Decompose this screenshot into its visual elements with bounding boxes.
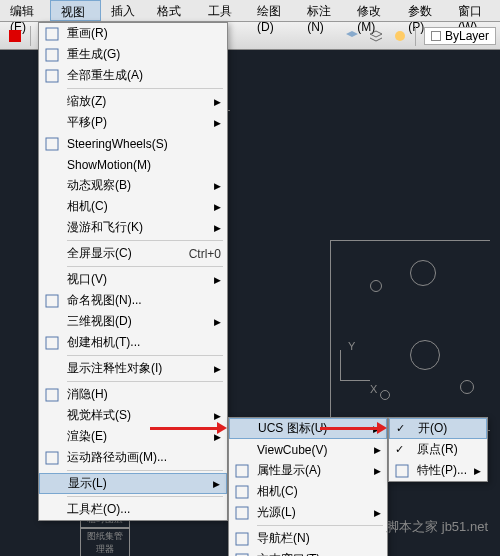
- svg-rect-13: [236, 533, 248, 545]
- ucs-item-2[interactable]: 特性(P)...▶: [389, 460, 487, 481]
- bylayer-dropdown[interactable]: ByLayer: [424, 27, 496, 45]
- display-item-1[interactable]: ViewCube(V)▶: [229, 439, 387, 460]
- submenu-arrow-icon: ▶: [213, 479, 220, 489]
- menu-window[interactable]: 窗口(W): [448, 0, 500, 21]
- regenall-icon: [43, 67, 61, 85]
- view-item-12[interactable]: 全屏显示(C)Ctrl+0: [39, 243, 227, 264]
- menu-label: 光源(L): [257, 504, 296, 521]
- tool-icon[interactable]: [4, 25, 26, 47]
- view-item-26[interactable]: 显示(L)▶: [39, 473, 227, 494]
- view-item-0[interactable]: 重画(R): [39, 23, 227, 44]
- svg-rect-6: [46, 295, 58, 307]
- menu-label: 消隐(H): [67, 386, 108, 403]
- menu-label: ShowMotion(M): [67, 158, 151, 172]
- display-item-4[interactable]: 光源(L)▶: [229, 502, 387, 523]
- svg-rect-10: [236, 465, 248, 477]
- light-icon: [233, 504, 251, 522]
- view-item-6[interactable]: SteeringWheels(S): [39, 133, 227, 154]
- menu-label: 平移(P): [67, 114, 107, 131]
- view-item-19[interactable]: 显示注释性对象(I)▶: [39, 358, 227, 379]
- submenu-arrow-icon: ▶: [214, 364, 221, 374]
- layer-state-icon[interactable]: [365, 25, 387, 47]
- view-item-5[interactable]: 平移(P)▶: [39, 112, 227, 133]
- view-item-14[interactable]: 视口(V)▶: [39, 269, 227, 290]
- menu-label: 三维视图(D): [67, 313, 132, 330]
- menu-label: 重画(R): [67, 25, 108, 42]
- namedview-icon: [43, 292, 61, 310]
- menu-label: 相机(C): [257, 483, 298, 500]
- menu-label: 文本窗口(T): [257, 551, 320, 556]
- submenu-arrow-icon: ▶: [214, 97, 221, 107]
- menu-edit[interactable]: 编辑(E): [0, 0, 50, 21]
- display-item-2[interactable]: 属性显示(A)▶: [229, 460, 387, 481]
- view-item-28[interactable]: 工具栏(O)...: [39, 499, 227, 520]
- view-item-16[interactable]: 三维视图(D)▶: [39, 311, 227, 332]
- menu-label: 显示(L): [68, 475, 107, 492]
- camera-icon: [43, 334, 61, 352]
- menu-modify[interactable]: 修改(M): [347, 0, 398, 21]
- check-icon: ✓: [395, 443, 404, 456]
- view-item-21[interactable]: 消隐(H): [39, 384, 227, 405]
- menu-label: 漫游和飞行(K): [67, 219, 143, 236]
- menu-label: 全部重生成(A): [67, 67, 143, 84]
- view-item-2[interactable]: 全部重生成(A): [39, 65, 227, 86]
- view-item-7[interactable]: ShowMotion(M): [39, 154, 227, 175]
- menu-label: 工具栏(O)...: [67, 501, 130, 518]
- display-item-7[interactable]: 文本窗口(T): [229, 549, 387, 556]
- submenu-arrow-icon: ▶: [214, 275, 221, 285]
- svg-rect-3: [46, 49, 58, 61]
- menu-label: 全屏显示(C): [67, 245, 132, 262]
- submenu-arrow-icon: ▶: [474, 466, 481, 476]
- menu-insert[interactable]: 插入(I): [101, 0, 147, 21]
- svg-rect-12: [236, 507, 248, 519]
- annotation-arrow: [150, 427, 218, 430]
- menu-label: 属性显示(A): [257, 462, 321, 479]
- submenu-arrow-icon: ▶: [374, 508, 381, 518]
- hide-icon: [43, 386, 61, 404]
- svg-rect-0: [9, 30, 21, 42]
- menu-dim[interactable]: 标注(N): [297, 0, 347, 21]
- menu-param[interactable]: 参数(P): [398, 0, 448, 21]
- view-item-22[interactable]: 视觉样式(S)▶: [39, 405, 227, 426]
- view-item-15[interactable]: 命名视图(N)...: [39, 290, 227, 311]
- view-item-17[interactable]: 创建相机(T)...: [39, 332, 227, 353]
- svg-rect-7: [46, 337, 58, 349]
- menu-label: 显示注释性对象(I): [67, 360, 162, 377]
- view-item-9[interactable]: 相机(C)▶: [39, 196, 227, 217]
- annotation-arrow: [320, 427, 378, 430]
- submenu-arrow-icon: ▶: [214, 181, 221, 191]
- view-item-24[interactable]: 运动路径动画(M)...: [39, 447, 227, 468]
- menu-label: 开(O): [418, 420, 447, 437]
- menu-draw[interactable]: 绘图(D): [247, 0, 297, 21]
- svg-point-1: [395, 31, 405, 41]
- check-icon: ✓: [396, 422, 405, 435]
- display-item-6[interactable]: 导航栏(N): [229, 528, 387, 549]
- menu-label: 相机(C): [67, 198, 108, 215]
- layer-icon[interactable]: [341, 25, 363, 47]
- view-item-8[interactable]: 动态观察(B)▶: [39, 175, 227, 196]
- menu-label: UCS 图标(U): [258, 420, 327, 437]
- menu-label: 视觉样式(S): [67, 407, 131, 424]
- submenu-arrow-icon: ▶: [374, 445, 381, 455]
- ucs-item-1[interactable]: ✓原点(R): [389, 439, 487, 460]
- nav-icon: [233, 530, 251, 548]
- svg-rect-15: [396, 465, 408, 477]
- display-item-3[interactable]: 相机(C): [229, 481, 387, 502]
- menu-label: 特性(P)...: [417, 462, 467, 479]
- menu-view[interactable]: 视图(V): [50, 0, 102, 21]
- ucs-item-0[interactable]: ✓开(O): [389, 418, 487, 439]
- layer-prev-icon[interactable]: [389, 25, 411, 47]
- menu-format[interactable]: 格式(O): [147, 0, 198, 21]
- tab-sheetset[interactable]: 图纸集管理器: [80, 528, 130, 556]
- view-item-4[interactable]: 缩放(Z)▶: [39, 91, 227, 112]
- submenu-arrow-icon: ▶: [214, 317, 221, 327]
- menu-label: 渲染(E): [67, 428, 107, 445]
- menubar: 编辑(E) 视图(V) 插入(I) 格式(O) 工具(T) 绘图(D) 标注(N…: [0, 0, 500, 22]
- view-item-10[interactable]: 漫游和飞行(K)▶: [39, 217, 227, 238]
- ucs-submenu: ✓开(O)✓原点(R)特性(P)...▶: [388, 417, 488, 482]
- view-item-1[interactable]: 重生成(G): [39, 44, 227, 65]
- watermark: 脚本之家 jb51.net: [386, 518, 488, 536]
- view-menu: 重画(R)重生成(G)全部重生成(A)缩放(Z)▶平移(P)▶SteeringW…: [38, 22, 228, 521]
- menu-tools[interactable]: 工具(T): [198, 0, 247, 21]
- menu-label: 命名视图(N)...: [67, 292, 142, 309]
